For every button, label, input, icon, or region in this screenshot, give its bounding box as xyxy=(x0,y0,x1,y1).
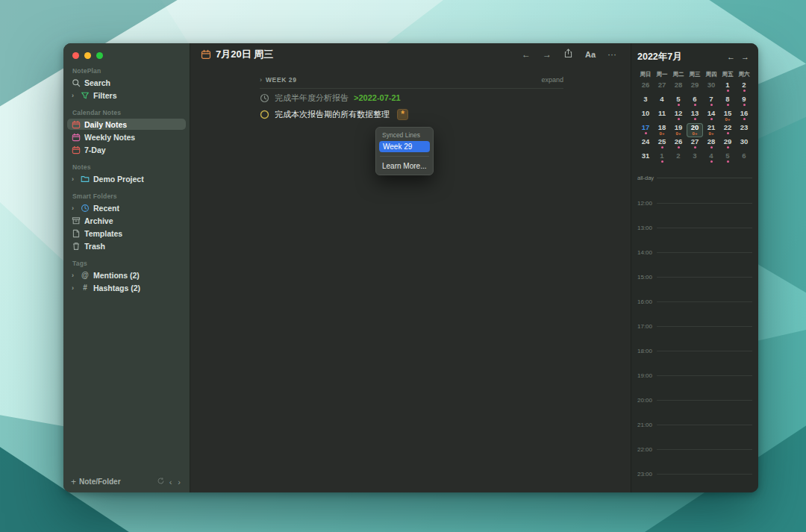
calendar-day-14[interactable]: 14 xyxy=(703,109,719,123)
time-slot-19:00[interactable]: 19:00 xyxy=(637,363,752,388)
menu-item-learn-more[interactable]: Learn More... xyxy=(378,160,431,172)
chevron-left-icon[interactable]: ‹ xyxy=(168,478,174,486)
chevron-right-icon[interactable]: › xyxy=(72,175,77,184)
calendar-day-10[interactable]: 10 xyxy=(637,109,654,123)
sidebar-item-7-day[interactable]: 7-Day xyxy=(67,144,186,155)
expand-link[interactable]: expand xyxy=(541,76,563,84)
clock-icon[interactable] xyxy=(260,93,269,103)
time-slot-15:00[interactable]: 15:00 xyxy=(637,265,752,290)
time-slot-12:00[interactable]: 12:00 xyxy=(637,191,752,216)
chevron-right-icon[interactable]: › xyxy=(176,478,182,486)
calendar-day-18[interactable]: 180+ xyxy=(654,123,670,137)
back-icon[interactable]: ← xyxy=(518,49,534,60)
prev-month-icon[interactable]: ← xyxy=(724,52,738,61)
task-row-open[interactable]: 完成本次报告期的所有数据整理 * xyxy=(260,107,563,122)
task-row-scheduled[interactable]: 完成半年度分析报告 >2022-07-21 xyxy=(260,90,563,105)
sidebar-item-filters[interactable]: ›Filters xyxy=(67,90,186,101)
share-icon[interactable] xyxy=(560,48,577,60)
minimize-button[interactable] xyxy=(84,52,91,59)
calendar-day-15[interactable]: 150+ xyxy=(719,109,736,123)
calendar-day-5[interactable]: 5 xyxy=(670,95,687,109)
more-icon[interactable]: ··· xyxy=(604,49,620,60)
calendar-day-30[interactable]: 30 xyxy=(736,137,752,151)
sidebar-item-mentions-2[interactable]: ›@Mentions (2) xyxy=(67,269,186,281)
date-link[interactable]: >2022-07-21 xyxy=(354,93,401,102)
sidebar-item-hashtags-2[interactable]: ›#Hashtags (2) xyxy=(67,282,186,293)
zoom-button[interactable] xyxy=(96,52,103,59)
calendar-day-8[interactable]: 8 xyxy=(719,95,736,109)
all-day-row[interactable]: all-day xyxy=(637,172,752,184)
calendar-day-26[interactable]: 26 xyxy=(637,81,654,95)
time-slot-20:00[interactable]: 20:00 xyxy=(637,388,752,413)
calendar-day-28[interactable]: 28 xyxy=(670,81,687,95)
calendar-day-25[interactable]: 25 xyxy=(654,137,670,151)
chevron-right-icon[interactable]: › xyxy=(72,91,77,100)
forward-icon[interactable]: → xyxy=(539,49,555,60)
calendar-day-29[interactable]: 29 xyxy=(687,81,703,95)
sidebar-item-weekly-notes[interactable]: Weekly Notes xyxy=(67,131,186,143)
sidebar-item-demo-project[interactable]: ›Demo Project xyxy=(67,173,186,184)
calendar-day-30[interactable]: 30 xyxy=(703,81,719,95)
close-button[interactable] xyxy=(72,52,79,59)
time-slot-17:00[interactable]: 17:00 xyxy=(637,314,752,339)
calendar-day-27[interactable]: 27 xyxy=(687,137,703,151)
calendar-day-6[interactable]: 6 xyxy=(736,151,752,166)
chevron-right-icon[interactable]: › xyxy=(72,204,77,213)
calendar-day-28[interactable]: 28 xyxy=(703,137,719,151)
calendar-day-11[interactable]: 11 xyxy=(654,109,670,123)
event-dot xyxy=(661,160,663,163)
sidebar-item-recent[interactable]: ›Recent xyxy=(67,202,186,213)
calendar-day-7[interactable]: 7 xyxy=(703,95,719,109)
time-slot-22:00[interactable]: 22:00 xyxy=(637,437,752,462)
sidebar-footer: + Note/Folder ‹ › xyxy=(63,471,190,492)
time-slot-21:00[interactable]: 21:00 xyxy=(637,413,752,437)
calendar-day-9[interactable]: 9 xyxy=(736,95,752,109)
sidebar-item-archive[interactable]: Archive xyxy=(67,215,186,226)
calendar-day-4[interactable]: 4 xyxy=(654,95,670,109)
calendar-day-31[interactable]: 31 xyxy=(637,151,654,166)
calendar-day-5[interactable]: 5 xyxy=(719,151,736,166)
calendar-day-21[interactable]: 210+ xyxy=(703,123,719,137)
calendar-day-16[interactable]: 16 xyxy=(736,109,752,123)
calendar-day-29[interactable]: 29 xyxy=(719,137,736,151)
time-slot-16:00[interactable]: 16:00 xyxy=(637,290,752,314)
calendar-day-3[interactable]: 3 xyxy=(687,151,703,166)
calendar-day-22[interactable]: 22 xyxy=(719,123,736,137)
calendar-day-1[interactable]: 1 xyxy=(654,151,670,166)
calendar-day-3[interactable]: 3 xyxy=(637,95,654,109)
calendar-day-27[interactable]: 27 xyxy=(654,81,670,95)
calendar-day-19[interactable]: 190+ xyxy=(670,123,687,137)
new-note-folder-button[interactable]: Note/Folder xyxy=(79,478,121,486)
menu-item-week-29[interactable]: Week 29 xyxy=(379,141,430,152)
chevron-right-icon[interactable]: › xyxy=(260,76,262,84)
calendar-day-1[interactable]: 1 xyxy=(719,81,736,95)
calendar-day-23[interactable]: 23 xyxy=(736,123,752,137)
calendar-day-2[interactable]: 2 xyxy=(736,81,752,95)
calendar-day-4[interactable]: 4 xyxy=(703,151,719,166)
calendar-day-17[interactable]: 17 xyxy=(637,123,654,137)
open-task-circle-icon[interactable] xyxy=(260,110,269,119)
sidebar-item-templates[interactable]: Templates xyxy=(67,228,186,239)
sidebar-item-search[interactable]: Search xyxy=(67,77,186,88)
sync-icon[interactable] xyxy=(157,477,165,486)
chevron-right-icon[interactable]: › xyxy=(72,271,77,280)
calendar-day-6[interactable]: 6 xyxy=(687,95,703,109)
calendar-day-12[interactable]: 12 xyxy=(670,109,687,123)
synced-line-icon[interactable]: * xyxy=(398,110,407,119)
time-slot-14:00[interactable]: 14:00 xyxy=(637,240,752,265)
editor-content[interactable]: › WEEK 29 expand 完成半年度分析报告 >2022-07-21 xyxy=(190,66,631,492)
format-button[interactable]: Aa xyxy=(581,49,599,60)
next-month-icon[interactable]: → xyxy=(738,52,752,61)
sidebar-item-daily-notes[interactable]: Daily Notes xyxy=(67,119,186,130)
time-slot-13:00[interactable]: 13:00 xyxy=(637,216,752,240)
sidebar-item-trash[interactable]: Trash xyxy=(67,240,186,251)
calendar-day-2[interactable]: 2 xyxy=(670,151,687,166)
calendar-day-26[interactable]: 26 xyxy=(670,137,687,151)
time-slot-18:00[interactable]: 18:00 xyxy=(637,339,752,363)
week-section-header[interactable]: › WEEK 29 expand xyxy=(260,76,563,84)
chevron-right-icon[interactable]: › xyxy=(72,284,77,292)
calendar-day-13[interactable]: 13 xyxy=(687,109,703,123)
time-slot-23:00[interactable]: 23:00 xyxy=(637,462,752,486)
calendar-day-24[interactable]: 24 xyxy=(637,137,654,151)
calendar-day-20[interactable]: 200+ xyxy=(687,123,703,137)
